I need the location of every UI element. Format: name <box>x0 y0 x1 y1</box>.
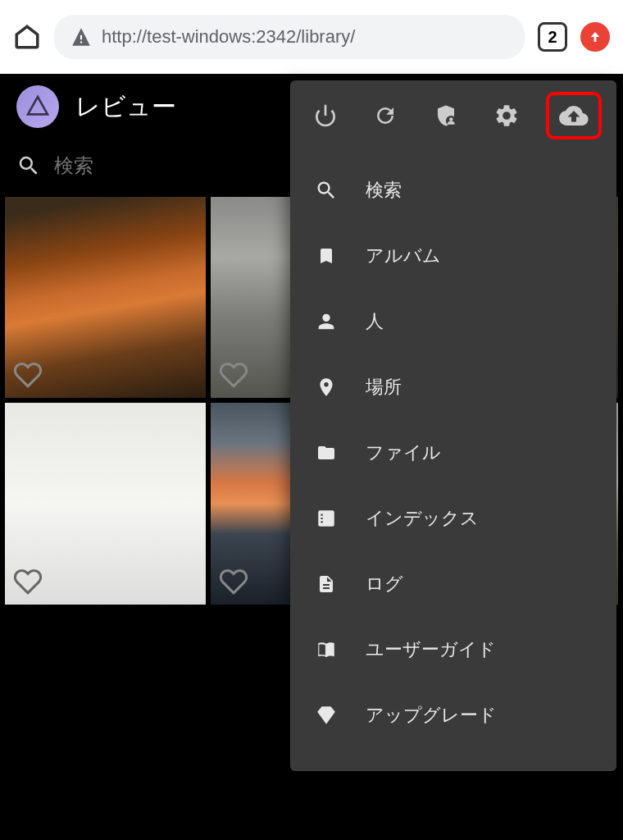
photo-thumbnail[interactable] <box>5 403 206 604</box>
heart-icon[interactable] <box>219 360 248 390</box>
menu-item-albums[interactable]: アルバム <box>290 223 616 289</box>
menu-item-label: アップグレード <box>366 703 497 728</box>
menu-item-people[interactable]: 人 <box>290 289 616 354</box>
photo-thumbnail[interactable] <box>5 197 206 398</box>
menu-item-label: アルバム <box>366 244 441 268</box>
upload-button[interactable] <box>546 92 602 139</box>
shield-person-icon <box>434 103 458 128</box>
document-icon <box>316 573 336 596</box>
photoprism-app: レビュー <box>0 74 623 840</box>
menu-item-label: ファイル <box>366 441 441 465</box>
app-logo[interactable] <box>16 85 59 128</box>
menu-item-label: インデックス <box>366 506 479 531</box>
diamond-icon <box>314 705 339 726</box>
menu-item-label: ユーザーガイド <box>366 637 496 662</box>
gear-icon <box>493 103 520 129</box>
search-icon <box>16 153 41 178</box>
location-icon <box>316 375 337 399</box>
menu-item-label: ログ <box>366 572 403 596</box>
browser-update-icon[interactable] <box>580 22 610 52</box>
admin-button[interactable] <box>425 95 466 136</box>
menu-items-list: 検索 アルバム 人 場所 ファイル インデックス <box>290 151 616 755</box>
menu-item-label: 検索 <box>366 178 402 203</box>
menu-item-label: 人 <box>366 309 384 334</box>
heart-icon[interactable] <box>219 567 248 596</box>
menu-item-logs[interactable]: ログ <box>290 551 616 617</box>
power-button[interactable] <box>305 95 346 136</box>
menu-item-upgrade[interactable]: アップグレード <box>290 682 616 748</box>
page-title: レビュー <box>75 90 176 124</box>
url-input[interactable]: http://test-windows:2342/library/ <box>54 15 525 59</box>
menu-item-search[interactable]: 検索 <box>290 158 616 223</box>
not-secure-icon <box>70 26 92 48</box>
side-menu-panel: 検索 アルバム 人 場所 ファイル インデックス <box>290 80 616 771</box>
folder-icon <box>315 443 338 463</box>
search-icon <box>315 179 338 202</box>
menu-item-files[interactable]: ファイル <box>290 420 616 486</box>
bookmark-icon <box>316 244 336 267</box>
browser-address-bar: http://test-windows:2342/library/ 2 <box>0 0 623 74</box>
person-icon <box>315 310 338 333</box>
menu-item-index[interactable]: インデックス <box>290 486 616 551</box>
heart-icon[interactable] <box>13 567 43 596</box>
heart-icon[interactable] <box>13 360 43 390</box>
book-icon <box>314 639 339 660</box>
refresh-icon <box>373 103 398 128</box>
svg-rect-0 <box>80 35 82 39</box>
menu-item-guide[interactable]: ユーザーガイド <box>290 617 616 682</box>
settings-button[interactable] <box>486 95 527 136</box>
index-icon <box>315 508 338 529</box>
power-icon <box>312 103 339 129</box>
home-icon[interactable] <box>13 23 41 51</box>
svg-point-3 <box>449 117 453 121</box>
menu-toolbar <box>290 80 616 151</box>
url-text: http://test-windows:2342/library/ <box>102 26 355 48</box>
svg-rect-1 <box>80 41 82 43</box>
menu-item-places[interactable]: 場所 <box>290 354 616 420</box>
tab-count-button[interactable]: 2 <box>538 22 567 52</box>
menu-item-label: 場所 <box>366 375 402 399</box>
cloud-upload-icon <box>559 101 589 130</box>
refresh-button[interactable] <box>365 95 406 136</box>
